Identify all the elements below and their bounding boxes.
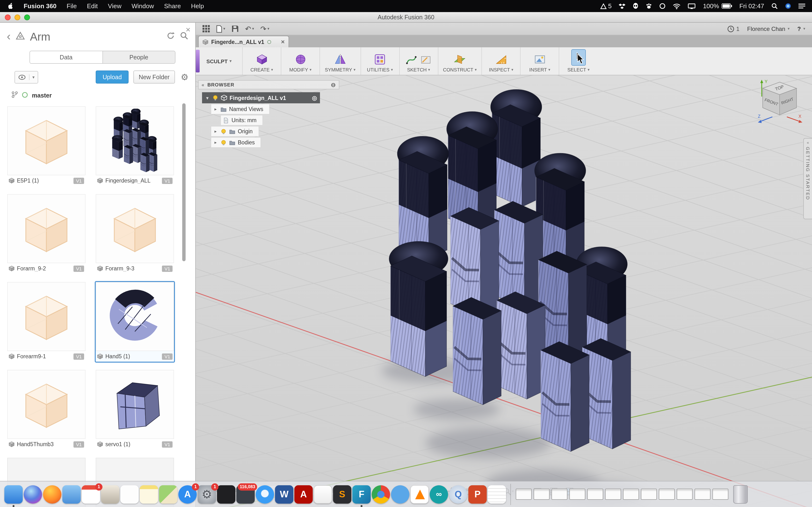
help-menu[interactable]: ? ▾ <box>797 25 805 32</box>
project-card[interactable]: Forarm_9-3V1 <box>95 193 175 275</box>
ribbon-group-utilities[interactable]: UTILITIES▾ <box>360 47 399 75</box>
minimized-window[interactable] <box>569 489 585 500</box>
browser-node-origin[interactable]: ▸ Origin <box>211 126 259 137</box>
dock-reminders-icon[interactable] <box>120 485 139 503</box>
user-menu[interactable]: Florence Chan ▾ <box>747 25 790 32</box>
dock-chrome-icon[interactable] <box>372 485 390 503</box>
minimized-window[interactable] <box>641 489 657 500</box>
dock-terminal-icon[interactable] <box>217 485 236 503</box>
status-count-icon[interactable]: 5 <box>600 2 611 10</box>
dock-appstore-icon[interactable]: 1 <box>179 485 197 503</box>
dropbox-icon[interactable] <box>619 3 626 9</box>
ribbon-group-create[interactable]: CREATE▾ <box>242 47 281 75</box>
project-card-selected[interactable]: Hand5 (1)V1 <box>95 281 175 362</box>
dock-notes-icon[interactable] <box>140 485 158 503</box>
siri-icon[interactable] <box>785 3 791 9</box>
new-folder-button[interactable]: New Folder <box>134 70 175 83</box>
dock-pdf-icon[interactable] <box>314 485 332 503</box>
minimized-window[interactable] <box>552 489 567 500</box>
spotlight-icon[interactable] <box>771 3 778 9</box>
data-panel-close-icon[interactable]: × <box>186 25 191 34</box>
redo-icon[interactable]: ↷▾ <box>260 25 269 32</box>
app-grid-icon[interactable] <box>203 25 210 32</box>
paw-status-icon[interactable] <box>646 3 652 9</box>
zoom-window-button[interactable] <box>24 14 30 20</box>
dock-activity-icon[interactable]: 116,083 <box>236 485 255 503</box>
tab-people[interactable]: People <box>103 51 175 63</box>
ribbon-group-insert[interactable]: INSERT▾ <box>520 47 559 75</box>
document-tab[interactable]: Fingerde...n_ALL v1 × <box>198 36 289 47</box>
dock-acrobat-icon[interactable] <box>294 485 313 503</box>
undo-icon[interactable]: ↶▾ <box>245 25 254 32</box>
save-icon[interactable] <box>232 25 239 32</box>
notification-center-icon[interactable] <box>799 3 805 9</box>
visibility-bulb-icon[interactable] <box>220 128 227 134</box>
dock-word-icon[interactable] <box>275 485 293 503</box>
menu-file[interactable]: File <box>67 2 77 10</box>
workspace-selector[interactable]: SCULPT ▾ <box>196 47 242 75</box>
dock-siri-icon[interactable] <box>24 485 42 503</box>
display-mirroring-icon[interactable] <box>688 3 696 9</box>
dock-calendar-icon[interactable]: 1 <box>82 485 100 503</box>
project-card[interactable]: Forarm_9-2V1 <box>6 193 87 275</box>
dock-firefox-icon[interactable] <box>43 485 61 503</box>
minimized-window[interactable] <box>587 489 603 500</box>
view-cube[interactable]: Y X Z TOP FRONT RIGHT <box>757 78 803 126</box>
branch-name[interactable]: master <box>32 92 52 99</box>
project-card[interactable]: Forearm9-1V1 <box>6 281 87 362</box>
browser-node-bodies[interactable]: ▸ Bodies <box>211 137 261 148</box>
back-icon[interactable]: ‹ <box>7 32 11 41</box>
select-tool-active[interactable] <box>571 49 586 65</box>
browser-node-units[interactable]: Units: mm <box>220 115 263 125</box>
menubar-app-name[interactable]: Fusion 360 <box>24 2 57 10</box>
collapse-panel-icon[interactable]: « <box>202 82 204 88</box>
dock-textedit-icon[interactable] <box>488 485 506 503</box>
dock-powerpoint-icon[interactable] <box>468 485 487 503</box>
minimized-window[interactable] <box>677 489 693 500</box>
apple-menu-icon[interactable] <box>7 2 13 10</box>
close-window-button[interactable] <box>5 14 11 20</box>
menu-view[interactable]: View <box>108 2 121 10</box>
expander-icon[interactable]: ▸ <box>213 140 218 145</box>
ring-status-icon[interactable] <box>660 3 666 9</box>
minimized-window[interactable] <box>516 489 532 500</box>
dock-contacts-icon[interactable] <box>101 485 119 503</box>
dock-tweetbot-icon[interactable] <box>391 485 409 503</box>
minimized-window[interactable] <box>605 489 621 500</box>
browser-node-named-views[interactable]: ▸ Named Views <box>211 104 270 114</box>
getting-started-tab[interactable]: « GETTING STARTED <box>803 138 812 219</box>
minimized-window[interactable] <box>623 489 639 500</box>
project-card[interactable]: Hand5Thumb3V1 <box>6 369 87 451</box>
minimized-window[interactable] <box>534 489 550 500</box>
dock-system-preferences-icon[interactable]: 1 <box>198 485 216 503</box>
activate-component-icon[interactable]: ◎ <box>312 95 317 101</box>
dock-finder-icon[interactable] <box>4 485 23 503</box>
gear-icon[interactable]: ⚙ <box>181 72 189 82</box>
tab-data[interactable]: Data <box>30 51 103 63</box>
visibility-bulb-icon[interactable] <box>220 139 227 146</box>
minimize-window-button[interactable] <box>14 14 20 20</box>
viewport-3d[interactable]: « BROWSER ⊖ ▾ Fingerdesign_ALL v1 ◎ ▸ <box>196 75 812 507</box>
battery-indicator[interactable]: 100% <box>703 2 732 10</box>
expander-icon[interactable]: ▸ <box>213 129 218 134</box>
dock-vlc-icon[interactable] <box>410 485 429 503</box>
dock-arduino-icon[interactable] <box>430 485 448 503</box>
wifi-icon[interactable] <box>673 3 681 9</box>
menu-share[interactable]: Share <box>164 2 181 10</box>
project-card[interactable]: servo1 (1)V1 <box>95 369 175 451</box>
dock-mail-icon[interactable] <box>62 485 81 503</box>
ribbon-group-symmetry[interactable]: SYMMETRY▾ <box>319 47 360 75</box>
dock-trash-icon[interactable] <box>733 485 748 503</box>
expander-icon[interactable]: ▾ <box>205 95 210 100</box>
menu-edit[interactable]: Edit <box>87 2 98 10</box>
dock-sublime-icon[interactable] <box>333 485 351 503</box>
browser-minimize-icon[interactable]: ⊖ <box>331 81 336 88</box>
alien-status-icon[interactable] <box>633 3 639 9</box>
upload-button[interactable]: Upload <box>96 70 129 83</box>
refresh-icon[interactable] <box>166 32 175 42</box>
window-titlebar[interactable]: Autodesk Fusion 360 <box>0 12 812 23</box>
ribbon-group-inspect[interactable]: INSPECT▾ <box>481 47 520 75</box>
dock-maps-icon[interactable] <box>159 485 177 503</box>
minimized-window[interactable] <box>659 489 675 500</box>
ribbon-group-modify[interactable]: MODIFY▾ <box>281 47 319 75</box>
